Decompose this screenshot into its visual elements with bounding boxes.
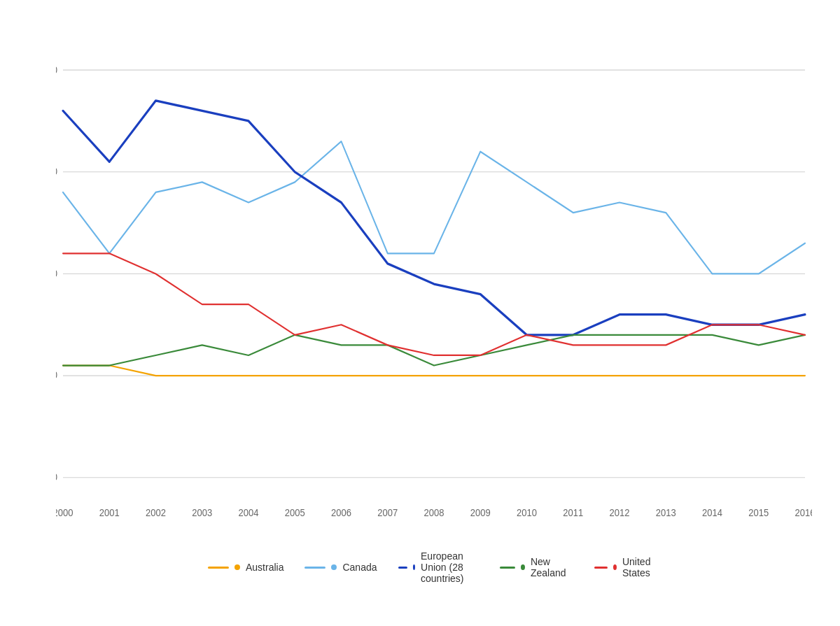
legend-line-canada: [304, 567, 326, 569]
legend-line-united-states: [594, 567, 608, 569]
chart-legend: AustraliaCanadaEuropean Union (28 countr…: [208, 550, 660, 584]
svg-text:1.30: 1.30: [56, 64, 57, 76]
legend-line-australia: [208, 567, 229, 569]
legend-item-australia: Australia: [208, 562, 284, 573]
svg-text:2012: 2012: [610, 508, 630, 519]
svg-text:2004: 2004: [239, 508, 259, 519]
legend-line-new-zealand: [500, 567, 515, 569]
svg-text:2011: 2011: [563, 508, 583, 519]
legend-item-united-states: United States: [594, 556, 660, 578]
legend-dot: [331, 564, 337, 570]
legend-label: Australia: [246, 562, 284, 573]
legend-dot: [413, 564, 415, 570]
legend-label: United States: [622, 556, 660, 578]
svg-text:2007: 2007: [377, 508, 398, 519]
svg-text:2010: 2010: [517, 508, 537, 519]
svg-text:2002: 2002: [146, 508, 166, 519]
legend-label: Canada: [342, 562, 377, 573]
legend-dot: [521, 564, 525, 570]
svg-text:0.90: 0.90: [56, 472, 57, 483]
legend-item-european-union-(28-countries): European Union (28 countries): [398, 550, 478, 584]
svg-text:2006: 2006: [331, 508, 351, 519]
legend-item-new-zealand: New Zealand: [500, 556, 573, 578]
svg-text:2016: 2016: [795, 508, 812, 519]
svg-text:2001: 2001: [99, 508, 120, 519]
legend-dot: [613, 564, 617, 570]
svg-text:2005: 2005: [285, 508, 305, 519]
svg-text:1.20: 1.20: [56, 166, 57, 178]
svg-text:2003: 2003: [192, 508, 212, 519]
svg-text:2009: 2009: [470, 508, 491, 519]
legend-label: New Zealand: [531, 556, 573, 578]
chart-area: 1.301.201.101.000.9020002001200220032004…: [56, 42, 812, 521]
chart-container: 1.301.201.101.000.9020002001200220032004…: [0, 0, 840, 626]
legend-item-canada: Canada: [304, 562, 377, 573]
legend-label: European Union (28 countries): [421, 550, 479, 584]
main-chart-svg: 1.301.201.101.000.9020002001200220032004…: [56, 42, 812, 521]
svg-text:2015: 2015: [748, 508, 769, 519]
legend-dot: [234, 564, 240, 570]
svg-text:1.00: 1.00: [56, 370, 57, 381]
legend-line-european-union-(28-countries): [398, 567, 407, 569]
svg-text:2013: 2013: [656, 508, 676, 519]
svg-text:1.10: 1.10: [56, 268, 57, 279]
svg-text:2008: 2008: [424, 508, 444, 519]
svg-text:2014: 2014: [702, 508, 722, 519]
svg-text:2000: 2000: [56, 508, 74, 519]
